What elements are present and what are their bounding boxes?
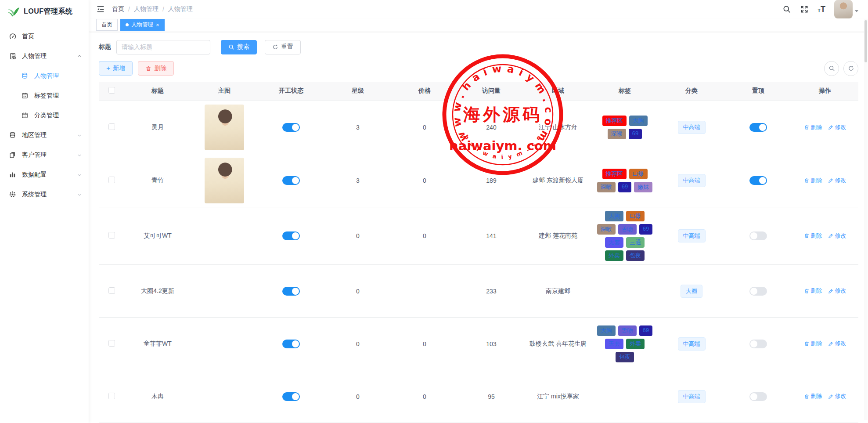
row-checkbox[interactable] — [108, 340, 115, 347]
tag: 口爆 — [626, 211, 645, 221]
top-toggle[interactable] — [749, 176, 767, 185]
gear-icon — [9, 191, 17, 199]
tag: 三通 — [626, 237, 645, 248]
column-header: 分类 — [658, 82, 725, 101]
tag: 大胸 — [597, 325, 616, 336]
sidebar-item-system-management[interactable]: 系统管理 — [0, 184, 89, 204]
row-title: 童菲菲WT — [144, 340, 172, 347]
top-toggle[interactable] — [749, 231, 767, 240]
sidebar-item-person-management-sub[interactable]: 人物管理 — [0, 66, 89, 86]
tag: 大胸 — [605, 211, 623, 221]
tab-close-icon[interactable]: × — [156, 22, 159, 28]
sidebar-item-category-management[interactable]: 分类管理 — [0, 105, 89, 125]
add-button[interactable]: + 新增 — [99, 61, 133, 76]
row-delete-link[interactable]: 删除 — [804, 232, 822, 240]
status-toggle[interactable] — [282, 123, 300, 132]
delete-button[interactable]: 删除 — [138, 61, 174, 76]
fullscreen-icon[interactable] — [800, 5, 809, 14]
person-doc-icon — [9, 52, 17, 60]
row-region: 江宁 山水方舟 — [539, 123, 577, 130]
row-edit-link[interactable]: 修改 — [828, 287, 846, 295]
search-icon[interactable] — [782, 5, 791, 14]
status-toggle[interactable] — [282, 392, 300, 401]
row-edit-link[interactable]: 修改 — [828, 177, 846, 184]
chevron-up-icon — [76, 53, 83, 59]
row-checkbox[interactable] — [108, 393, 115, 399]
row-thumbnail[interactable] — [205, 105, 244, 150]
tab-home[interactable]: 首页 — [96, 19, 118, 31]
row-star: 0 — [356, 393, 360, 400]
column-header: 置顶 — [725, 82, 792, 101]
row-checkbox[interactable] — [108, 177, 115, 183]
row-delete-link[interactable]: 删除 — [804, 340, 822, 347]
row-price: 0 — [423, 124, 426, 131]
top-toggle[interactable] — [749, 287, 767, 296]
top-toggle[interactable] — [749, 340, 767, 348]
row-checkbox[interactable] — [108, 232, 115, 239]
row-checkbox[interactable] — [108, 123, 115, 130]
row-visits: 233 — [486, 288, 496, 295]
scrollbar-thumb[interactable] — [864, 20, 867, 62]
sidebar-item-label: 地区管理 — [22, 131, 47, 139]
category-badge: 中高端 — [678, 174, 706, 187]
app-root: LOUF管理系统 首页 人物管理 — [0, 0, 868, 423]
row-delete-link[interactable]: 删除 — [804, 177, 822, 184]
title-input[interactable] — [116, 40, 210, 54]
search-button[interactable]: 搜索 — [221, 40, 257, 54]
chevron-down-icon — [76, 152, 83, 158]
status-toggle[interactable] — [282, 287, 300, 296]
sidebar-item-home[interactable]: 首页 — [0, 26, 89, 46]
avatar[interactable] — [834, 0, 853, 18]
sidebar-item-label: 客户管理 — [22, 151, 47, 159]
toolbar-row: + 新增 删除 — [99, 61, 858, 76]
row-delete-link[interactable]: 删除 — [804, 287, 822, 295]
row-region: 江宁 mix悦享家 — [537, 393, 579, 400]
row-price: 0 — [423, 393, 426, 400]
top-toggle[interactable] — [749, 392, 767, 401]
category-badge: 大圈 — [681, 285, 702, 298]
status-toggle[interactable] — [282, 231, 300, 240]
top-toggle[interactable] — [749, 123, 767, 132]
row-delete-link[interactable]: 删除 — [804, 123, 822, 131]
sidebar-item-label: 人物管理 — [22, 52, 47, 60]
chevron-down-icon — [76, 192, 83, 198]
row-edit-link[interactable]: 修改 — [828, 340, 846, 347]
status-toggle[interactable] — [282, 176, 300, 185]
table-refresh-icon[interactable] — [843, 61, 858, 76]
status-toggle[interactable] — [282, 340, 300, 348]
active-dot — [126, 23, 129, 26]
content: 标题 搜索 重置 + 新增 删除 — [89, 32, 868, 423]
breadcrumb-item[interactable]: 人物管理 — [134, 5, 158, 13]
column-header: 星级 — [324, 82, 391, 101]
reset-button[interactable]: 重置 — [265, 40, 301, 54]
row-price: 0 — [423, 177, 426, 184]
main-area: 首页 / 人物管理 / 人物管理 TT — [89, 0, 868, 423]
breadcrumb: 首页 / 人物管理 / 人物管理 — [112, 5, 193, 13]
font-size-icon[interactable]: TT — [818, 5, 825, 13]
user-menu[interactable] — [834, 0, 858, 18]
tag: 外卖 — [626, 339, 645, 349]
breadcrumb-item[interactable]: 首页 — [112, 5, 124, 13]
row-edit-link[interactable]: 修改 — [828, 123, 846, 131]
row-edit-link[interactable]: 修改 — [828, 232, 846, 240]
tag: 推荐区 — [602, 116, 627, 126]
sidebar-item-tag-management[interactable]: 标签管理 — [0, 86, 89, 105]
vertical-scrollbar[interactable] — [864, 19, 868, 420]
sidebar-item-person-management[interactable]: 人物管理 — [0, 46, 89, 66]
row-delete-link[interactable]: 删除 — [804, 392, 822, 400]
sidebar-fold-icon[interactable] — [96, 5, 105, 14]
sidebar-item-region-management[interactable]: 地区管理 — [0, 125, 89, 145]
row-checkbox[interactable] — [108, 287, 115, 294]
sidebar-item-data-config[interactable]: 数据配置 — [0, 165, 89, 184]
row-edit-link[interactable]: 修改 — [828, 392, 846, 400]
tab-person-management[interactable]: 人物管理 × — [120, 19, 165, 31]
row-thumbnail[interactable] — [205, 158, 244, 203]
row-region: 建邺 东渡新锐大厦 — [533, 177, 583, 184]
table-search-icon[interactable] — [824, 61, 839, 76]
bar-chart-icon — [9, 171, 17, 179]
row-star: 3 — [356, 124, 360, 131]
table-row: 青竹30189建邺 东渡新锐大厦推荐区口爆深喉69嫩妹中高端删除修改 — [99, 154, 858, 207]
tag: 包夜 — [616, 352, 634, 362]
sidebar-item-customer-management[interactable]: 客户管理 — [0, 145, 89, 165]
select-all-checkbox[interactable] — [108, 87, 115, 94]
